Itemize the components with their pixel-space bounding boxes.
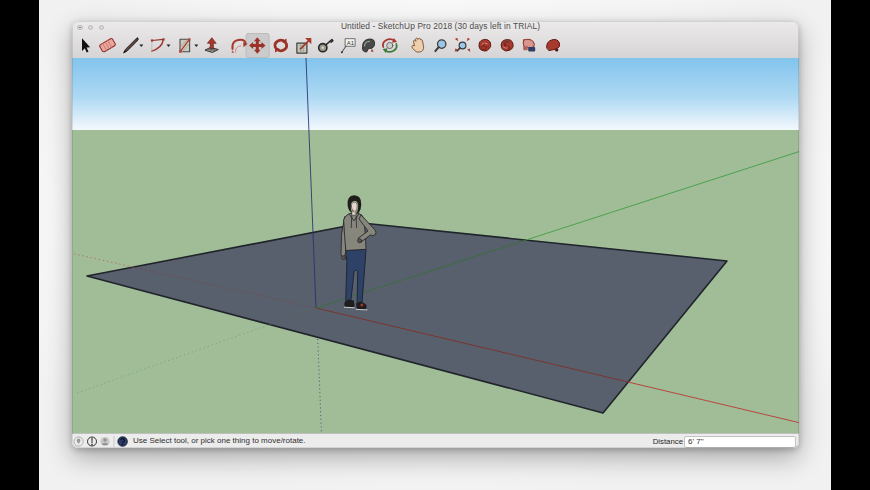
svg-text:A1: A1 xyxy=(347,40,355,46)
